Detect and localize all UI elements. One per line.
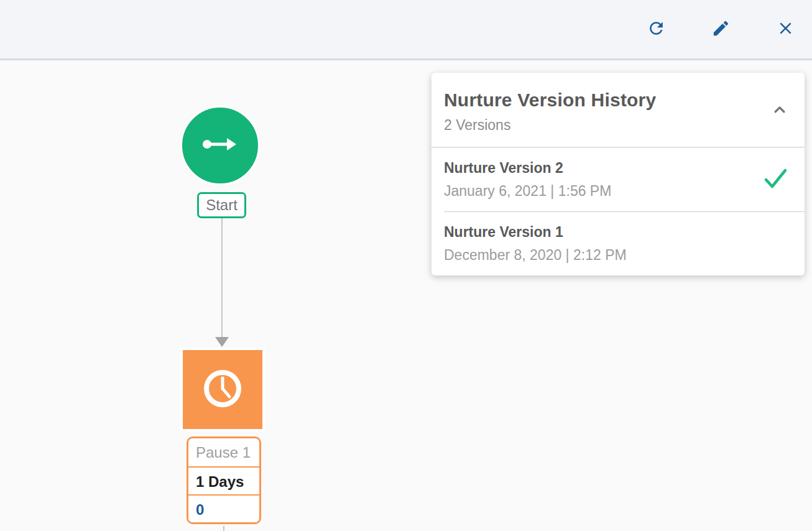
- version-list-item[interactable]: Nurture Version 2 January 6, 2021 | 1:56…: [431, 148, 805, 212]
- connector-arrowhead-icon: [215, 337, 229, 347]
- refresh-icon: [647, 19, 666, 40]
- panel-subtitle: 2 Versions: [444, 117, 790, 134]
- start-arrow-icon: [202, 135, 238, 156]
- close-icon: [776, 19, 795, 40]
- pause-name: Pause 1: [188, 438, 259, 466]
- pause-duration: 1 Days: [188, 466, 259, 494]
- connector-line: [221, 218, 223, 337]
- close-button[interactable]: [775, 19, 796, 40]
- connector-line: [223, 526, 224, 531]
- start-node[interactable]: [180, 105, 261, 186]
- workflow-canvas: Start Pause 1 1 Days 0 Nurture Version H…: [0, 62, 812, 531]
- collapse-button[interactable]: [770, 100, 790, 120]
- refresh-button[interactable]: [645, 19, 667, 40]
- start-node-label[interactable]: Start: [197, 192, 246, 218]
- version-name: Nurture Version 2: [444, 160, 761, 177]
- edit-icon: [711, 19, 731, 40]
- toolbar: [0, 0, 812, 60]
- chevron-up-icon: [770, 100, 789, 121]
- check-icon: [762, 167, 788, 190]
- version-history-header: Nurture Version History 2 Versions: [431, 73, 805, 148]
- edit-button[interactable]: [710, 19, 731, 40]
- panel-title: Nurture Version History: [444, 90, 790, 111]
- version-name: Nurture Version 1: [444, 224, 761, 241]
- version-date: January 6, 2021 | 1:56 PM: [444, 183, 761, 200]
- clock-icon: [202, 368, 243, 412]
- version-list-item[interactable]: Nurture Version 1 December 8, 2020 | 2:1…: [431, 212, 805, 275]
- pause-node[interactable]: [180, 348, 265, 432]
- pause-count: 0: [188, 494, 259, 522]
- version-date: December 8, 2020 | 2:12 PM: [444, 247, 761, 264]
- version-history-panel: Nurture Version History 2 Versions Nurtu…: [431, 73, 805, 275]
- pause-node-label-box[interactable]: Pause 1 1 Days 0: [187, 436, 261, 524]
